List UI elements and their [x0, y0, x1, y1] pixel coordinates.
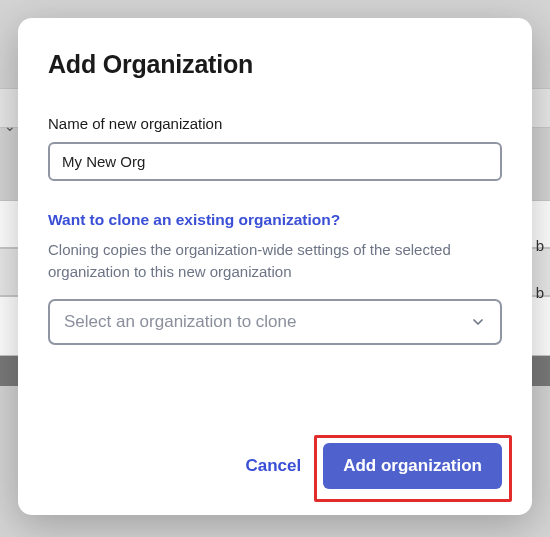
add-organization-button[interactable]: Add organization [323, 443, 502, 489]
modal-footer: Cancel Add organization [48, 419, 502, 489]
chevron-down-icon: ⌄ [4, 118, 16, 134]
clone-organization-select[interactable]: Select an organization to clone [48, 299, 502, 345]
modal-title: Add Organization [48, 50, 502, 79]
add-organization-modal: Add Organization Name of new organizatio… [18, 18, 532, 515]
cancel-button[interactable]: Cancel [239, 446, 307, 486]
organization-name-input[interactable] [48, 142, 502, 181]
background-text: b [536, 284, 544, 301]
clone-existing-link[interactable]: Want to clone an existing organization? [48, 211, 502, 229]
name-field-label: Name of new organization [48, 115, 502, 132]
clone-description: Cloning copies the organization-wide set… [48, 239, 502, 283]
clone-section: Want to clone an existing organization? … [48, 211, 502, 345]
chevron-down-icon [470, 314, 486, 330]
select-placeholder: Select an organization to clone [64, 312, 297, 332]
background-text: b [536, 237, 544, 254]
